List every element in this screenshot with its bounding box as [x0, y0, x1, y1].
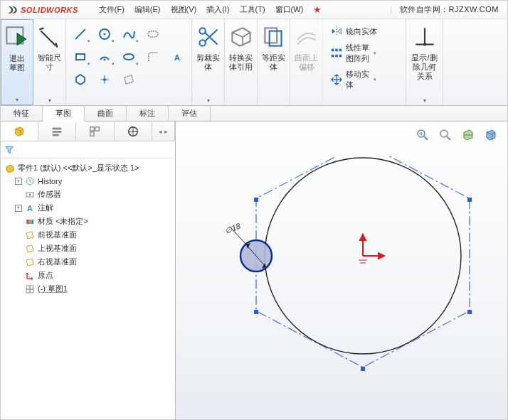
- smart-dimension-icon: [35, 22, 65, 52]
- circle-tool[interactable]: ▾: [93, 23, 116, 45]
- annotation-icon: A: [25, 203, 35, 213]
- svg-rect-23: [339, 49, 342, 52]
- menu-more[interactable]: ★: [308, 1, 327, 18]
- svg-point-8: [124, 54, 134, 60]
- svg-rect-61: [467, 310, 472, 314]
- origin-icon: [25, 271, 35, 281]
- mirror-icon: [330, 25, 343, 38]
- fillet-tool[interactable]: [142, 46, 164, 68]
- tree-material[interactable]: 材质 <未指定>: [2, 215, 174, 228]
- expand-icon[interactable]: +: [15, 178, 22, 185]
- sketch-tools-grid: ▾ ▾ ▾ ▾ ▾ ▾ A: [69, 22, 189, 90]
- plane-icon: [25, 257, 35, 267]
- tab-sketch[interactable]: 草图: [43, 106, 85, 122]
- tree-history[interactable]: +History: [2, 175, 174, 188]
- zoom-fit-button[interactable]: [412, 126, 433, 144]
- svg-rect-45: [26, 220, 29, 224]
- tab-evaluate[interactable]: 评估: [169, 106, 211, 121]
- svg-line-17: [204, 30, 217, 42]
- dropdown-icon[interactable]: ▾: [48, 97, 51, 104]
- menu-view[interactable]: 视图(V): [166, 1, 202, 18]
- convert-entities-icon: [226, 22, 256, 52]
- section-view-button[interactable]: [457, 126, 479, 144]
- line-tool[interactable]: ▾: [69, 23, 92, 45]
- sidebar-tab-nav[interactable]: ◂ ▸: [152, 122, 175, 141]
- expand-icon[interactable]: +: [15, 205, 22, 212]
- arc-tool[interactable]: ▾: [93, 46, 116, 68]
- svg-point-3: [104, 33, 106, 36]
- dimxpert-manager-tab[interactable]: [115, 122, 152, 141]
- history-icon: [25, 176, 35, 186]
- plane-icon: [25, 244, 35, 254]
- svg-rect-22: [335, 49, 338, 52]
- dropdown-icon[interactable]: ▾: [207, 97, 210, 104]
- svg-rect-24: [332, 55, 334, 58]
- perpendicular-icon: [410, 22, 440, 52]
- sketch-icon: [25, 284, 35, 294]
- tree-sensors[interactable]: 传感器: [2, 188, 174, 201]
- exit-sketch-button[interactable]: 退出草图 ▾: [1, 19, 33, 105]
- slot-tool[interactable]: [142, 23, 164, 45]
- trim-button[interactable]: 剪裁实体 ▾: [192, 19, 225, 105]
- svg-rect-63: [254, 310, 258, 314]
- linear-pattern-button[interactable]: 线性草图阵列▾: [327, 41, 401, 65]
- svg-text:A: A: [27, 204, 33, 212]
- svg-point-43: [29, 193, 31, 195]
- menu-insert[interactable]: 插入(I): [201, 1, 234, 18]
- display-style-button[interactable]: [480, 126, 502, 144]
- point-tool[interactable]: [93, 69, 116, 90]
- svg-rect-62: [361, 367, 365, 371]
- material-icon: [25, 217, 35, 227]
- menu-file[interactable]: 文件(F): [94, 1, 129, 18]
- feature-manager-tab[interactable]: [1, 122, 38, 141]
- spline-tool[interactable]: ▾: [117, 23, 140, 45]
- convert-entities-button[interactable]: 转换实体引用: [225, 19, 258, 105]
- ellipse-tool[interactable]: ▾: [117, 46, 140, 68]
- svg-rect-4: [148, 31, 158, 37]
- feature-tree: 零件1 (默认) <<默认>_显示状态 1> +History 传感器 +A注解…: [1, 158, 175, 419]
- svg-point-7: [104, 59, 106, 61]
- mirror-entities-button[interactable]: 镜向实体: [327, 23, 401, 39]
- tree-top-plane[interactable]: 上视基准面: [2, 242, 174, 255]
- plane-tool[interactable]: [117, 69, 140, 90]
- dropdown-icon[interactable]: ▾: [16, 97, 18, 103]
- section-icon: [461, 128, 475, 142]
- linear-pattern-icon: [330, 47, 343, 60]
- watermark-text: |软件自学网：RJZXW.COM: [397, 4, 507, 15]
- tab-annotate[interactable]: 标注: [127, 106, 169, 121]
- tab-surface[interactable]: 曲面: [85, 106, 127, 121]
- brand-logo-icon: [6, 4, 18, 16]
- menu-tools[interactable]: 工具(T): [235, 1, 270, 18]
- rectangle-tool[interactable]: ▾: [69, 46, 92, 68]
- show-relations-button[interactable]: 显示/删除几何关系 ▾: [406, 19, 443, 105]
- scissors-icon: [194, 22, 223, 52]
- offset-entities-button[interactable]: 等距实体: [258, 19, 290, 105]
- graphics-canvas[interactable]: ∅18: [176, 122, 507, 419]
- tree-sketch1[interactable]: (-) 草图1: [2, 282, 174, 296]
- move-entities-button[interactable]: 移动实体▾: [327, 68, 401, 92]
- tree-right-plane[interactable]: 右视基准面: [2, 255, 174, 269]
- zoom-area-button[interactable]: [435, 126, 456, 144]
- feature-tree-icon: [13, 125, 26, 138]
- tree-front-plane[interactable]: 前视基准面: [2, 228, 174, 242]
- tab-features[interactable]: 特征: [1, 106, 43, 121]
- svg-line-1: [75, 29, 85, 39]
- offset-entities-icon: [259, 22, 289, 52]
- dropdown-icon[interactable]: ▾: [423, 97, 426, 104]
- tree-root[interactable]: 零件1 (默认) <<默认>_显示状态 1>: [2, 161, 174, 175]
- surface-offset-button: 曲面上偏移: [290, 19, 323, 105]
- smart-dimension-button[interactable]: 智能尺寸 ▾: [33, 19, 66, 105]
- menu-window[interactable]: 窗口(W): [270, 1, 309, 18]
- polygon-tool[interactable]: [69, 69, 92, 90]
- tree-origin[interactable]: 原点: [2, 269, 174, 282]
- property-icon: [51, 125, 63, 138]
- tree-annotations[interactable]: +A注解: [2, 201, 174, 215]
- text-tool[interactable]: A: [166, 46, 189, 68]
- svg-rect-25: [335, 55, 338, 58]
- configuration-manager-tab[interactable]: [76, 122, 114, 141]
- filter-icon[interactable]: [4, 144, 15, 156]
- property-manager-tab[interactable]: [38, 122, 76, 141]
- svg-rect-64: [254, 198, 258, 202]
- menu-edit[interactable]: 编辑(E): [129, 1, 166, 18]
- svg-rect-60: [467, 198, 472, 202]
